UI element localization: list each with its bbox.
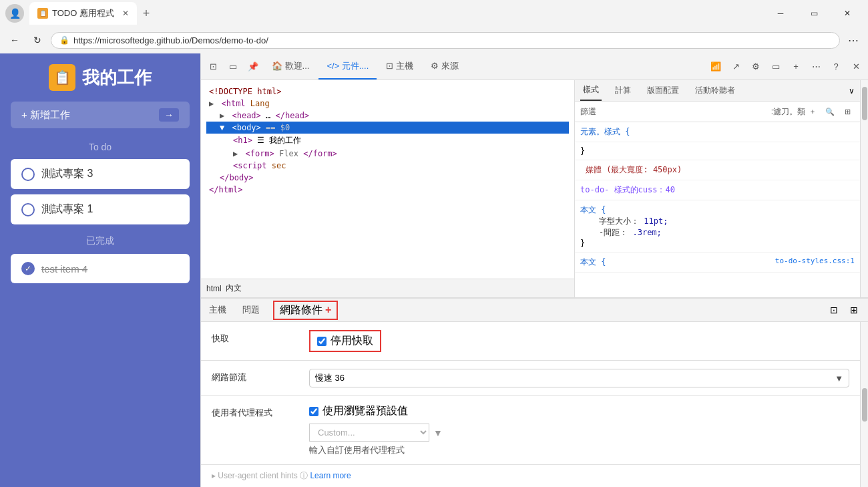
lower-popout-button[interactable]: ⊞ bbox=[845, 301, 863, 319]
pin-tool-button[interactable]: 📌 bbox=[244, 57, 262, 76]
css-spacing-prop: -間距： bbox=[591, 228, 628, 237]
lower-content: 快取 停用快取 網路節流 bbox=[201, 322, 868, 487]
html-doctype-line[interactable]: <!DOCTYPE html> bbox=[206, 86, 569, 98]
script-line[interactable]: <script sec bbox=[206, 160, 569, 172]
css-file-ref[interactable]: to-do-styles.css:1 bbox=[775, 257, 855, 265]
network-icon: ↗ bbox=[726, 57, 745, 76]
devtools-tab-elements[interactable]: </> 元件.... bbox=[318, 53, 377, 79]
css-font-size-prop: 字型大小： bbox=[591, 216, 639, 226]
css-scrollbar[interactable] bbox=[860, 80, 868, 297]
css-to-do-ref: to-do- 樣式的cuss：40 bbox=[580, 185, 675, 194]
script-attr: sec bbox=[272, 161, 286, 170]
css-prop-fontsize: 字型大小： 11pt; bbox=[580, 216, 668, 226]
disable-cache-checkbox[interactable] bbox=[317, 337, 327, 346]
add-rule-button[interactable]: + bbox=[805, 104, 820, 119]
close-button[interactable]: ✕ bbox=[832, 3, 863, 24]
use-browser-default-row: 使用瀏覽器預設值 bbox=[309, 404, 849, 418]
css-filter-input[interactable]: 篩選 bbox=[580, 106, 766, 118]
html-tree-content[interactable]: <!DOCTYPE html> ▶ <html Lang ▶ <head> … … bbox=[201, 80, 574, 279]
head-line[interactable]: ▶ <head> … </head> bbox=[206, 110, 569, 122]
toggle-panel-button[interactable]: ⊞ bbox=[840, 104, 855, 119]
breadcrumb-html: html bbox=[206, 284, 222, 293]
browser-more-button[interactable]: ⋯ bbox=[844, 31, 863, 49]
css-rule-element-styles: 元素。樣式 { bbox=[575, 122, 860, 142]
h1-line[interactable]: <h1> ☰ 我的工作 bbox=[206, 134, 569, 148]
dropdown-arrow-icon: ▼ bbox=[835, 373, 843, 383]
css-selector-body-2: 本文 { bbox=[580, 257, 606, 267]
css-tab-listeners[interactable]: 活動聆聽者 bbox=[692, 80, 738, 101]
html-close-line[interactable]: </html> bbox=[206, 184, 569, 196]
devtools-content-area: <!DOCTYPE html> ▶ <html Lang ▶ <head> … … bbox=[201, 80, 868, 297]
more-tools-button[interactable]: + bbox=[787, 57, 805, 76]
settings-icon[interactable]: ⚙ bbox=[746, 57, 765, 76]
custom-ua-arrow: ▼ bbox=[433, 428, 443, 438]
inspect-tool-button[interactable]: ⊡ bbox=[204, 57, 222, 76]
devtools-more-button[interactable]: ⋯ bbox=[807, 57, 825, 76]
maximize-button[interactable]: ▭ bbox=[799, 3, 829, 24]
minimize-button[interactable]: ─ bbox=[765, 3, 796, 24]
css-scrollbar-thumb bbox=[862, 87, 867, 120]
add-task-label: + 新增工作 bbox=[21, 109, 70, 122]
main-area: 📋 我的工作 + 新增工作 → To do 測試專案 3 測試專案 1 已完成 … bbox=[0, 53, 868, 487]
body-line[interactable]: ▼ <body> == $0 bbox=[206, 122, 569, 134]
back-button[interactable]: ← bbox=[5, 31, 24, 49]
css-tab-computed[interactable]: 計算 bbox=[612, 80, 634, 101]
lower-scrollbar[interactable] bbox=[860, 322, 868, 487]
html-root-line[interactable]: ▶ <html Lang bbox=[206, 98, 569, 110]
active-tab[interactable]: 📋 TODO 應用程式 ✕ bbox=[29, 2, 137, 25]
css-filter-bar: 篩選 :濾刀。類 + 🔍 ⊞ bbox=[575, 102, 860, 122]
css-tab-expand[interactable]: ∨ bbox=[849, 86, 855, 96]
inspect-element-button[interactable]: 🔍 bbox=[823, 104, 837, 119]
cache-label: 快取 bbox=[212, 330, 298, 345]
devtools-help-button[interactable]: ? bbox=[827, 57, 845, 76]
todo-section-label: To do bbox=[11, 142, 190, 152]
device-tool-button[interactable]: ▭ bbox=[224, 57, 242, 76]
tab-close-button[interactable]: ✕ bbox=[122, 9, 129, 18]
devtools-panel: ⊡ ▭ 📌 🏠 歡迎... </> 元件.... ⊡ 主機 ⚙ 來源 📶 ↗ bbox=[200, 53, 868, 487]
css-selector-element: 元素。樣式 { bbox=[580, 127, 630, 136]
form-expand-icon[interactable]: ▶ bbox=[233, 149, 238, 158]
use-browser-default-checkbox[interactable] bbox=[309, 407, 318, 416]
lower-tab-console[interactable]: 主機 bbox=[206, 299, 229, 321]
task-circle-icon-2 bbox=[21, 203, 35, 216]
css-tab-bar: 樣式 計算 版面配置 活動聆聽者 ∨ bbox=[575, 80, 860, 102]
lower-expand-button[interactable]: ⊡ bbox=[825, 301, 843, 319]
dock-icon[interactable]: ▭ bbox=[767, 57, 785, 76]
network-conditions-area: 快取 停用快取 網路節流 bbox=[201, 322, 860, 487]
devtools-tab-sources[interactable]: ⚙ 來源 bbox=[423, 53, 467, 79]
expand-icon[interactable]: ▶ bbox=[209, 99, 214, 108]
lower-tab-network-conditions[interactable]: 網路條件 + bbox=[273, 301, 338, 320]
css-tab-layout[interactable]: 版面配置 bbox=[644, 80, 682, 101]
network-conditions-label: 網路條件 bbox=[280, 303, 322, 317]
devtools-tab-console[interactable]: ⊡ 主機 bbox=[378, 53, 421, 79]
lower-tab-bar: 主機 問題 網路條件 + ⊡ ⊞ bbox=[201, 298, 868, 322]
body-close-line[interactable]: </body> bbox=[206, 172, 569, 184]
browser-window: 👤 📋 TODO 應用程式 ✕ + ─ ▭ ✕ ← ↻ 🔒 https://mi… bbox=[0, 0, 868, 487]
body-expand-icon[interactable]: ▼ bbox=[220, 123, 224, 132]
devtools-tab-welcome[interactable]: 🏠 歡迎... bbox=[264, 53, 317, 79]
refresh-button[interactable]: ↻ bbox=[28, 31, 47, 49]
body-equals: == $0 bbox=[266, 123, 290, 132]
css-tab-styles[interactable]: 樣式 bbox=[580, 80, 602, 101]
task-item-1[interactable]: 測試專案 3 bbox=[11, 159, 190, 189]
cache-control: 停用快取 bbox=[309, 330, 849, 352]
profile-icon[interactable]: 👤 bbox=[5, 4, 24, 23]
custom-ua-dropdown[interactable]: Custom... bbox=[309, 424, 429, 442]
completed-task-1[interactable]: ✓ test item 4 bbox=[11, 254, 190, 283]
lower-tab-issues[interactable]: 問題 bbox=[240, 299, 262, 321]
url-bar[interactable]: 🔒 https://microsoftedge.github.io/Demos/… bbox=[51, 32, 840, 49]
css-rule-close: } bbox=[575, 142, 860, 160]
task-item-2[interactable]: 測試專案 1 bbox=[11, 194, 190, 224]
devtools-close-button[interactable]: ✕ bbox=[847, 57, 865, 76]
add-task-button[interactable]: + 新增工作 → bbox=[11, 102, 190, 128]
css-rules-content[interactable]: 元素。樣式 { } 媒體 (最大寬度: 450px) to-do- 樣式的cus… bbox=[575, 122, 860, 297]
tab-sources-label: ⚙ 來源 bbox=[431, 60, 459, 72]
css-panel: 樣式 計算 版面配置 活動聆聽者 ∨ 篩選 :濾刀。類 + 🔍 ⊞ bbox=[575, 80, 860, 297]
css-brace-close: } bbox=[580, 146, 585, 156]
head-expand-icon[interactable]: ▶ bbox=[220, 111, 224, 120]
form-line[interactable]: ▶ <form> Flex </form> bbox=[206, 148, 569, 160]
css-close-brace: } bbox=[580, 238, 585, 248]
html-close-tag: </html> bbox=[209, 185, 243, 194]
throttling-dropdown[interactable]: 慢速 36 ▼ bbox=[309, 369, 849, 387]
new-tab-button[interactable]: + bbox=[137, 4, 156, 23]
